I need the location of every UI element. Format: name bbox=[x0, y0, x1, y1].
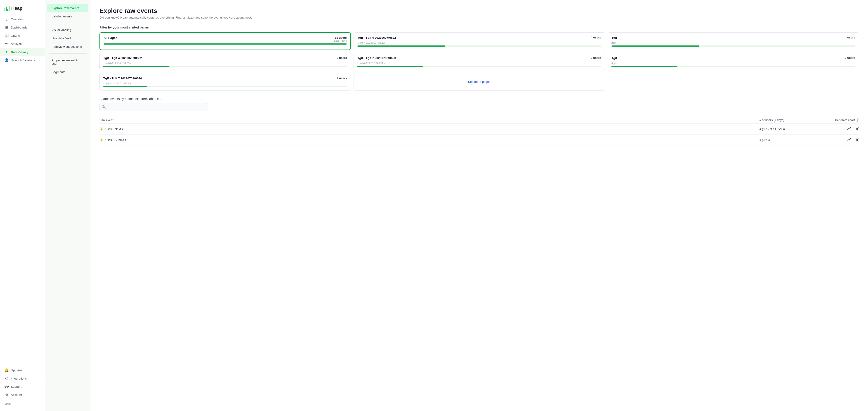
page-card-users: 11 users Last 7 days bbox=[334, 36, 347, 42]
page-card-tgif7-0630-1[interactable]: Tgif - Tgif 7 20230703t0630 3 users ...t… bbox=[353, 53, 605, 70]
progress-fill bbox=[358, 66, 423, 67]
page-card-tgif4-0822-1[interactable]: Tgif - Tgif 4 20230607t0822 4 users ...t… bbox=[353, 32, 605, 50]
see-more-label: See more pages bbox=[468, 80, 490, 84]
sidebar-item-label: Charts bbox=[11, 34, 20, 37]
middle-item-live-data-feed[interactable]: Live data feed bbox=[47, 34, 88, 42]
event-name: ↺ Click - Next > bbox=[99, 127, 760, 131]
support-icon: 💬 bbox=[4, 385, 8, 389]
sidebar-item-charts[interactable]: 📈 Charts bbox=[0, 31, 45, 39]
sidebar-item-support[interactable]: 💬 Support bbox=[0, 382, 45, 391]
sidebar: Heap ⌂ Overview ⊞ Dashboards 📈 Charts 〜 … bbox=[0, 0, 45, 411]
sidebar-item-label: Analyze bbox=[11, 42, 22, 46]
event-label: Click - Next > bbox=[105, 127, 124, 131]
progress-bar bbox=[358, 66, 601, 67]
page-card-tgif7-0630-2[interactable]: Tgif - Tgif 7 20230703t0630 2 users ...t… bbox=[99, 73, 351, 91]
users-sessions-icon: 👤 bbox=[4, 58, 8, 62]
col-users-header: # of users (7 days) bbox=[760, 119, 814, 122]
page-card-tgif4-0822-2[interactable]: Tgif - Tgif 4 20230607t0822 3 users ...t… bbox=[99, 53, 351, 70]
search-icon: 🔍 bbox=[102, 105, 105, 109]
event-name: ↺ Click - Submit > bbox=[99, 138, 760, 142]
progress-bar bbox=[103, 66, 347, 67]
page-card-name: Tgif - Tgif 7 20230703t0630 bbox=[103, 77, 337, 81]
search-input-wrap: 🔍 bbox=[99, 103, 859, 111]
table-row: ↺ Click - Submit > 4 (36%) bbox=[99, 135, 859, 145]
account-arrow: › bbox=[39, 393, 40, 396]
page-title: Explore raw events bbox=[99, 7, 859, 14]
users-count: 4 (36% of all users) bbox=[760, 127, 814, 131]
page-card-users: 3 users bbox=[591, 56, 601, 59]
event-icon: ↺ bbox=[99, 127, 103, 131]
page-card-users: 4 users bbox=[845, 36, 855, 39]
sidebar-item-data-galaxy[interactable]: ✦ Data Galaxy bbox=[0, 48, 45, 56]
sidebar-item-integrations[interactable]: ⬡ Integrations › bbox=[0, 374, 45, 382]
col-chart-header: Generate chart i bbox=[814, 119, 859, 122]
page-card-all-pages[interactable]: All Pages 11 users Last 7 days bbox=[99, 32, 351, 50]
users-count: 4 (36%) bbox=[760, 138, 814, 142]
progress-fill bbox=[103, 86, 147, 87]
data-galaxy-icon: ✦ bbox=[4, 50, 8, 54]
page-card-tgif1[interactable]: Tgif 4 users /tgif/ bbox=[608, 32, 859, 50]
middle-item-properties[interactable]: Properties (event & user) bbox=[47, 56, 88, 68]
sidebar-item-updates[interactable]: 🔔 Updates bbox=[0, 366, 45, 374]
middle-item-visual-labeling[interactable]: Visual labeling bbox=[47, 26, 88, 34]
empty-placeholder bbox=[608, 73, 859, 91]
sidebar-item-label: Dashboards bbox=[11, 26, 27, 29]
sidebar-item-dashboards[interactable]: ⊞ Dashboards bbox=[0, 23, 45, 31]
logo-bar-3 bbox=[7, 8, 8, 11]
middle-item-labeled-events[interactable]: Labeled events bbox=[47, 12, 88, 20]
main-content: Explore raw events Did you know? Heap au… bbox=[90, 0, 868, 411]
page-card-url: ...tgif-7-20230703t0630/ bbox=[103, 82, 347, 85]
analyze-icon: 〜 bbox=[4, 41, 8, 46]
page-card-tgif2[interactable]: Tgif 3 users /tgif bbox=[608, 53, 859, 70]
sidebar-item-label: Account bbox=[11, 393, 22, 397]
page-card-users: 3 users bbox=[337, 56, 347, 59]
chart-actions bbox=[814, 126, 859, 131]
sidebar-item-analyze[interactable]: 〜 Analyze bbox=[0, 39, 45, 48]
integrations-icon: ⬡ bbox=[4, 376, 8, 380]
page-card-name: Tgif - Tgif 7 20230703t0630 bbox=[358, 56, 591, 60]
table-header: Raw event # of users (7 days) Generate c… bbox=[99, 117, 859, 124]
middle-panel: Explore raw events Labeled events Visual… bbox=[45, 0, 90, 411]
integrations-arrow: › bbox=[39, 377, 40, 380]
page-card-name: Tgif - Tgif 4 20230607t0822 bbox=[103, 56, 337, 60]
chart-btn-line[interactable] bbox=[847, 126, 852, 131]
sidebar-item-label: Integrations bbox=[11, 377, 27, 380]
middle-divider-2 bbox=[49, 53, 87, 54]
page-card-users: 4 users bbox=[591, 36, 601, 39]
logo-bar-1 bbox=[4, 8, 5, 11]
sidebar-item-users-sessions[interactable]: 👤 Users & Sessions bbox=[0, 56, 45, 64]
progress-bar bbox=[103, 43, 347, 45]
chart-btn-line[interactable] bbox=[847, 137, 852, 143]
page-card-name: All Pages bbox=[103, 36, 334, 40]
middle-item-explore-raw[interactable]: Explore raw events bbox=[47, 4, 88, 12]
progress-fill bbox=[358, 46, 445, 47]
progress-bar bbox=[358, 46, 601, 47]
sidebar-item-label: Updates bbox=[11, 369, 22, 372]
chart-btn-funnel[interactable] bbox=[855, 137, 859, 143]
info-icon[interactable]: i bbox=[856, 119, 859, 122]
chart-actions bbox=[814, 137, 859, 143]
charts-icon: 📈 bbox=[4, 33, 8, 37]
main-section-label: Main bbox=[0, 401, 45, 407]
search-input[interactable] bbox=[99, 103, 208, 111]
middle-item-pageview-suggestions[interactable]: Pageview suggestions bbox=[47, 43, 88, 51]
event-label: Click - Submit > bbox=[105, 138, 127, 142]
page-card-name: Tgif bbox=[612, 36, 845, 40]
middle-divider-1 bbox=[49, 23, 87, 23]
progress-fill bbox=[612, 46, 699, 47]
sidebar-item-account[interactable]: ⚙ Account › bbox=[0, 391, 45, 399]
filter-label: Filter by your most visited pages bbox=[99, 26, 859, 29]
middle-item-segments[interactable]: Segments bbox=[47, 68, 88, 76]
account-icon: ⚙ bbox=[4, 393, 8, 397]
sidebar-item-overview[interactable]: ⌂ Overview bbox=[0, 16, 45, 23]
chart-btn-funnel[interactable] bbox=[855, 126, 859, 131]
logo-icon bbox=[4, 5, 9, 11]
page-card-users: 2 users bbox=[337, 77, 347, 80]
see-more-pages[interactable]: See more pages bbox=[353, 73, 605, 91]
page-subtitle: Did you know? Heap automatically capture… bbox=[99, 16, 859, 19]
app-name: Heap bbox=[11, 6, 22, 11]
page-card-url: ...tgif-7-20230703t0630/ bbox=[358, 62, 601, 64]
page-card-users: 3 users bbox=[845, 56, 855, 59]
logo: Heap bbox=[0, 4, 45, 16]
progress-bar bbox=[612, 46, 855, 47]
